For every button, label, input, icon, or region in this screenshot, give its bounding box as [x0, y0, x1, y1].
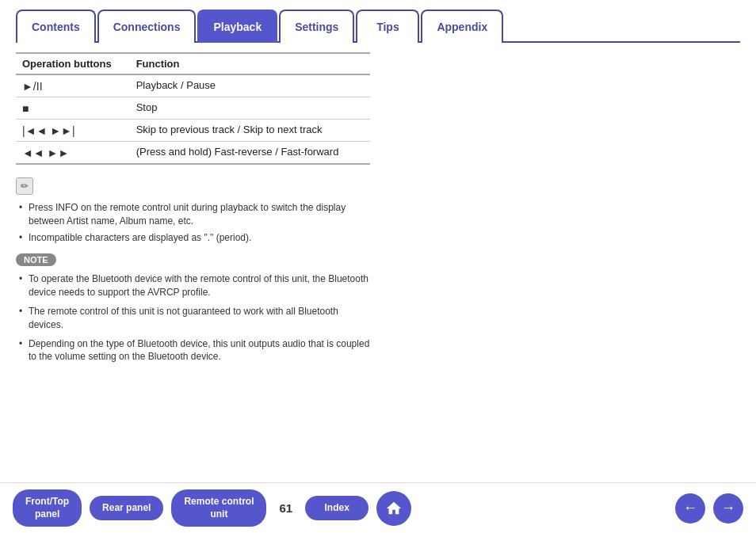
right-panel	[386, 52, 740, 367]
btn-skip: |◄◄ ►►|	[16, 120, 130, 142]
table-row: ◄◄ ►► (Press and hold) Fast-reverse / Fa…	[16, 142, 370, 165]
pencil-bullet-list: Press INFO on the remote control unit du…	[16, 200, 370, 246]
col-function: Function	[130, 53, 370, 74]
fn-fast: (Press and hold) Fast-reverse / Fast-for…	[130, 142, 370, 165]
list-item: Incompatible characters are displayed as…	[19, 230, 370, 246]
index-button[interactable]: Index	[305, 496, 368, 521]
list-item: To operate the Bluetooth device with the…	[19, 271, 370, 301]
arrow-left-button[interactable]: ←	[675, 493, 705, 523]
front-top-panel-button[interactable]: Front/Top panel	[13, 489, 82, 527]
btn-stop: ■	[16, 97, 130, 120]
fn-skip: Skip to previous track / Skip to next tr…	[130, 120, 370, 142]
pencil-icon: ✏	[16, 177, 33, 195]
bottom-navigation: Front/Top panel Rear panel Remote contro…	[0, 482, 756, 533]
col-operation-buttons: Operation buttons	[16, 53, 130, 74]
top-navigation: Contents Connections Playback Settings T…	[16, 8, 740, 43]
table-row: |◄◄ ►►| Skip to previous track / Skip to…	[16, 120, 370, 142]
pencil-section: ✏ Press INFO on the remote control unit …	[16, 177, 370, 246]
rear-panel-button[interactable]: Rear panel	[90, 496, 163, 521]
tab-connections[interactable]: Connections	[97, 10, 197, 43]
main-content: Operation buttons Function ►/II Playback…	[0, 43, 756, 377]
operations-table: Operation buttons Function ►/II Playback…	[16, 52, 370, 165]
list-item: Press INFO on the remote control unit du…	[19, 200, 370, 230]
home-icon	[385, 500, 403, 517]
note-list: To operate the Bluetooth device with the…	[16, 271, 370, 365]
remote-control-unit-button[interactable]: Remote control unit	[171, 489, 266, 527]
tab-tips[interactable]: Tips	[356, 10, 419, 43]
list-item: The remote control of this unit is not g…	[19, 303, 370, 333]
tab-settings[interactable]: Settings	[279, 10, 354, 43]
tab-playback[interactable]: Playback	[197, 10, 277, 43]
table-row: ►/II Playback / Pause	[16, 74, 370, 97]
list-item: Depending on the type of Bluetooth devic…	[19, 336, 370, 366]
btn-play-pause: ►/II	[16, 74, 130, 97]
arrow-right-button[interactable]: →	[713, 493, 743, 523]
fn-play-pause: Playback / Pause	[130, 74, 370, 97]
fn-stop: Stop	[130, 97, 370, 120]
tab-appendix[interactable]: Appendix	[421, 10, 503, 43]
note-badge: NOTE	[16, 253, 56, 266]
note-section: NOTE To operate the Bluetooth device wit…	[16, 253, 370, 365]
page-number: 61	[279, 501, 292, 515]
tab-contents[interactable]: Contents	[16, 10, 96, 43]
btn-fast: ◄◄ ►►	[16, 142, 130, 165]
table-row: ■ Stop	[16, 97, 370, 120]
left-panel: Operation buttons Function ►/II Playback…	[16, 52, 370, 367]
home-button[interactable]	[376, 491, 411, 526]
